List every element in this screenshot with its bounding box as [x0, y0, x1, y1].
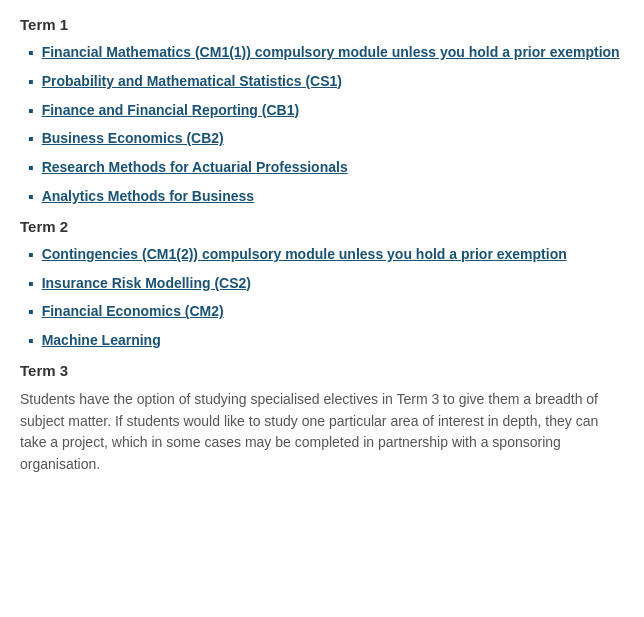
module-link[interactable]: Finance and Financial Reporting (CB1) [42, 101, 299, 121]
module-link[interactable]: Research Methods for Actuarial Professio… [42, 158, 348, 178]
bullet-icon: ▪ [28, 43, 34, 64]
list-item: ▪ Financial Economics (CM2) [20, 302, 624, 323]
module-link[interactable]: Contingencies (CM1(2)) compulsory module… [42, 245, 567, 265]
module-link[interactable]: Financial Mathematics (CM1(1)) compulsor… [42, 43, 620, 63]
term2-section: Term 2 ▪ Contingencies (CM1(2)) compulso… [20, 218, 624, 352]
list-item: ▪ Contingencies (CM1(2)) compulsory modu… [20, 245, 624, 266]
bullet-icon: ▪ [28, 331, 34, 352]
list-item: ▪ Financial Mathematics (CM1(1)) compuls… [20, 43, 624, 64]
bullet-icon: ▪ [28, 187, 34, 208]
module-link[interactable]: Probability and Mathematical Statistics … [42, 72, 342, 92]
term1-heading: Term 1 [20, 16, 624, 33]
module-link[interactable]: Insurance Risk Modelling (CS2) [42, 274, 251, 294]
term3-heading: Term 3 [20, 362, 624, 379]
bullet-icon: ▪ [28, 302, 34, 323]
list-item: ▪ Business Economics (CB2) [20, 129, 624, 150]
list-item: ▪ Analytics Methods for Business [20, 187, 624, 208]
list-item: ▪ Finance and Financial Reporting (CB1) [20, 101, 624, 122]
bullet-icon: ▪ [28, 245, 34, 266]
term2-module-list: ▪ Contingencies (CM1(2)) compulsory modu… [20, 245, 624, 352]
term1-module-list: ▪ Financial Mathematics (CM1(1)) compuls… [20, 43, 624, 208]
module-link[interactable]: Business Economics (CB2) [42, 129, 224, 149]
module-link[interactable]: Machine Learning [42, 331, 161, 351]
list-item: ▪ Machine Learning [20, 331, 624, 352]
list-item: ▪ Insurance Risk Modelling (CS2) [20, 274, 624, 295]
term1-section: Term 1 ▪ Financial Mathematics (CM1(1)) … [20, 16, 624, 208]
term3-section: Term 3 Students have the option of study… [20, 362, 624, 476]
bullet-icon: ▪ [28, 101, 34, 122]
term2-heading: Term 2 [20, 218, 624, 235]
bullet-icon: ▪ [28, 158, 34, 179]
term3-description: Students have the option of studying spe… [20, 389, 624, 476]
list-item: ▪ Research Methods for Actuarial Profess… [20, 158, 624, 179]
bullet-icon: ▪ [28, 129, 34, 150]
bullet-icon: ▪ [28, 72, 34, 93]
module-link[interactable]: Financial Economics (CM2) [42, 302, 224, 322]
bullet-icon: ▪ [28, 274, 34, 295]
list-item: ▪ Probability and Mathematical Statistic… [20, 72, 624, 93]
module-link[interactable]: Analytics Methods for Business [42, 187, 254, 207]
